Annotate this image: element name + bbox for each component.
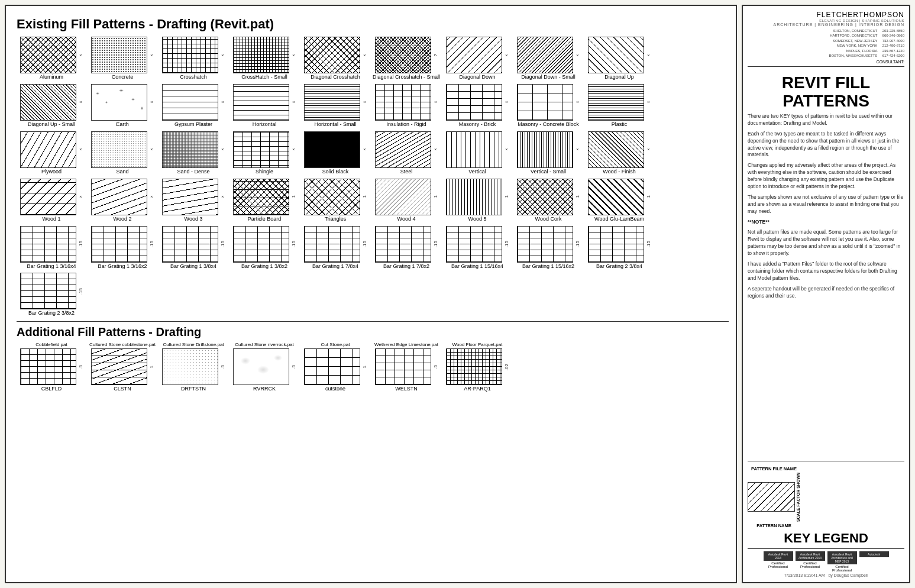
pattern-cell: ×Wood 3 xyxy=(159,179,228,222)
pattern-name: Wood 2 xyxy=(89,217,157,222)
main-content: Existing Fill Patterns - Drafting (Revit… xyxy=(5,5,737,583)
pattern-box xyxy=(375,226,431,263)
scale-label: × xyxy=(362,147,367,152)
pattern-cell: Cultured Stone riverrock.pat.5RVRRCK xyxy=(229,343,299,392)
pattern-box xyxy=(20,226,76,263)
pattern-box xyxy=(91,348,147,385)
pattern-box-wrapper: × xyxy=(88,84,157,121)
scale-label: × xyxy=(220,99,225,105)
pattern-cell: ×Diagonal Down - Small xyxy=(513,37,583,80)
scale-label: × xyxy=(78,194,83,199)
key-legend-box: PATTERN FILE NAME SCALE FACTOR SHOWN PAT… xyxy=(748,466,904,528)
pattern-cell: ×Horizontal - Small xyxy=(300,84,370,128)
scale-label: .15 xyxy=(575,241,580,247)
key-legend-section: PATTERN FILE NAME SCALE FACTOR SHOWN PAT… xyxy=(748,461,904,546)
pattern-cell: .15Bar Grating 1 7/8x2 xyxy=(371,226,441,270)
desc6: A seperate handout will be generated if … xyxy=(748,286,904,300)
pattern-name: Bar Grating 1 3/8x4 xyxy=(160,264,228,270)
pattern-box xyxy=(162,226,218,263)
pattern-name: Vertical xyxy=(444,169,512,175)
pattern-box-wrapper: .5 xyxy=(159,348,228,385)
pattern-box-wrapper: × xyxy=(584,131,654,168)
pattern-box-wrapper: .15 xyxy=(584,226,654,263)
right-panel: FLETCHERTHOMPSON ELEVATING DESIGN | SHAP… xyxy=(742,5,910,583)
pattern-box xyxy=(446,131,502,168)
pattern-box xyxy=(304,348,360,385)
pattern-name: Horizontal - Small xyxy=(302,122,370,128)
pattern-box-wrapper: × xyxy=(17,84,86,121)
pattern-cell: .15Bar Grating 2 3/8x4 xyxy=(584,226,654,270)
pattern-box xyxy=(304,131,360,168)
pattern-name: Bar Grating 1 3/16x2 xyxy=(89,264,157,270)
pattern-box xyxy=(20,348,76,385)
pattern-box xyxy=(517,179,573,215)
pattern-cell: Cultured Stone cobblestone.pat1CLSTN xyxy=(88,343,157,392)
pattern-box xyxy=(304,179,360,215)
pattern-box-wrapper: 1 xyxy=(584,179,654,215)
pattern-name: Wood 1 xyxy=(18,217,86,222)
scale-label: 1 xyxy=(433,195,438,198)
pattern-box-wrapper: 1 xyxy=(300,179,370,215)
legend-diagram: PATTERN FILE NAME SCALE FACTOR SHOWN PAT… xyxy=(748,466,800,528)
scale-label: × xyxy=(646,53,651,58)
pattern-box xyxy=(517,37,573,73)
scale-label: × xyxy=(504,99,509,105)
pattern-box-wrapper: × xyxy=(442,84,512,121)
logo-revit3-cert: Certified Professional xyxy=(827,565,857,572)
scale-label: .15 xyxy=(362,241,367,247)
pattern-box xyxy=(375,37,431,73)
logo-revit3-label: Autodesk Revit Architecture and MEP 2013 xyxy=(827,551,857,564)
scale-label: × xyxy=(362,99,367,105)
scale-label: × xyxy=(78,53,83,58)
pattern-box xyxy=(91,131,147,168)
scale-label: 1 xyxy=(504,195,509,198)
pattern-box xyxy=(375,84,431,121)
pattern-cell: ×Solid Black xyxy=(300,131,370,175)
pattern-box xyxy=(446,226,502,263)
pattern-name: Shingle xyxy=(231,169,299,175)
logo-autodesk4: Autodesk xyxy=(859,551,889,572)
pattern-box-wrapper: × xyxy=(513,131,583,168)
scale-label: .15 xyxy=(291,241,296,247)
pattern-name: Bar Grating 1 3/8x2 xyxy=(231,264,299,270)
pattern-name: Diagonal Up - Small xyxy=(18,122,86,128)
scale-label: × xyxy=(504,147,509,152)
scale-label: .5 xyxy=(78,365,83,369)
pattern-name: Bar Grating 1 15/16x2 xyxy=(515,264,583,270)
pattern-cell: ×Wood 1 xyxy=(17,179,86,222)
pattern-cell: ×Aluminum xyxy=(17,37,86,80)
pattern-name: CrossHatch - Small xyxy=(231,75,299,80)
pattern-cell: Cobblefield.pat.5CBLFLD xyxy=(17,343,86,392)
scale-label: × xyxy=(291,99,296,105)
right-body-text: There are two KEY types of patterns in r… xyxy=(748,113,904,461)
pattern-box xyxy=(233,84,289,121)
pattern-cell: ?Diagonal Crosshatch - Small xyxy=(371,37,441,80)
pattern-cell: ×Steel xyxy=(371,131,441,175)
pattern-box-wrapper: × xyxy=(513,84,583,121)
logo-revit-cert: Certified Professional xyxy=(764,561,793,568)
pattern-cell: ×Sand - Dense xyxy=(159,131,228,175)
pattern-name: Bar Grating 1 7/8x2 xyxy=(373,264,441,270)
pattern-box-wrapper: .02 xyxy=(442,348,512,385)
pattern-box xyxy=(91,37,147,73)
pattern-name: Aluminum xyxy=(18,75,86,80)
scale-label: .15 xyxy=(504,241,509,247)
pattern-cell: .15Bar Grating 1 3/8x2 xyxy=(229,226,299,270)
pattern-box xyxy=(233,348,289,385)
pattern-name: Earth xyxy=(89,122,157,128)
pattern-file-label: Cultured Stone riverrock.pat xyxy=(235,343,294,348)
pattern-file-label: Wethered Edge Limestone.pat xyxy=(374,343,438,348)
scale-label: × xyxy=(575,99,580,105)
pattern-box-wrapper: × xyxy=(229,84,299,121)
scale-label: × xyxy=(646,99,651,105)
note-text: Not all pattern files are made equal. So… xyxy=(748,229,904,257)
pattern-box xyxy=(588,131,644,168)
scale-label: .15 xyxy=(220,241,225,247)
pattern-box-wrapper: 1 xyxy=(442,179,512,215)
pattern-name: Solid Black xyxy=(302,169,370,175)
pattern-box xyxy=(20,131,76,168)
pattern-box-wrapper: × xyxy=(88,131,157,168)
pattern-box-wrapper: × xyxy=(300,131,370,168)
pattern-name: Plywood xyxy=(18,169,86,175)
pattern-name: AR-PARQ1 xyxy=(444,386,512,392)
